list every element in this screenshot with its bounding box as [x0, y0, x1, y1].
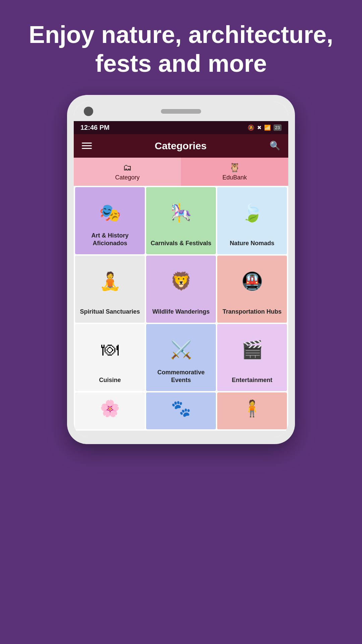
paw-icon: 🐾: [171, 399, 191, 418]
category-wildlife[interactable]: 🦁 Wildlife Wanderings: [146, 256, 216, 323]
nature-nomads-label: Nature Nomads: [230, 239, 274, 247]
wifi-icon: 📶: [264, 124, 271, 131]
status-bar: 12:46 PM 🔕 ✖ 📶 23: [74, 121, 288, 134]
nature-nomads-icon: 🍃: [241, 203, 263, 223]
peek-card-person[interactable]: 🧍: [217, 392, 287, 429]
status-icons: 🔕 ✖ 📶 23: [248, 124, 282, 131]
entertainment-label: Entertainment: [232, 376, 272, 384]
status-time: 12:46 PM: [80, 124, 110, 131]
art-history-label: Art & History Aficionados: [78, 232, 141, 248]
hero-text: Enjoy nature, architecture, fests and mo…: [0, 0, 362, 95]
commemorative-icon: ⚔️: [170, 339, 192, 360]
phone-device: 12:46 PM 🔕 ✖ 📶 23 Categories 🔍: [67, 95, 295, 444]
spiritual-icon: 🧘: [99, 271, 121, 291]
toolbar-title: Categories: [155, 140, 206, 152]
category-nature-nomads[interactable]: 🍃 Nature Nomads: [217, 187, 287, 254]
tab-bar: 🗂 Category 🦉 EduBank: [74, 158, 288, 186]
category-transportation[interactable]: 🚇 Transportation Hubs: [217, 256, 287, 323]
cuisine-icon: 🍽: [101, 339, 119, 360]
transportation-label: Transportation Hubs: [223, 308, 282, 316]
sim-icon: ✖: [257, 124, 261, 131]
transportation-icon: 🚇: [241, 271, 263, 291]
category-tab-label: Category: [115, 174, 139, 181]
entertainment-icon: 🎬: [241, 339, 263, 360]
category-spiritual[interactable]: 🧘 Spiritual Sanctuaries: [75, 256, 145, 323]
categories-grid: 🎭 Art & History Aficionados 🎠 Carnivals …: [74, 186, 288, 392]
battery-icon: 23: [274, 124, 282, 131]
wildlife-label: Wildlife Wanderings: [152, 308, 209, 316]
carnivals-icon: 🎠: [170, 203, 192, 223]
category-commemorative[interactable]: ⚔️ Commemorative Events: [146, 324, 216, 391]
phone-bottom-bezel: [74, 431, 288, 437]
carnivals-label: Carnivals & Festivals: [150, 239, 211, 247]
tab-category[interactable]: 🗂 Category: [74, 158, 181, 186]
tab-edubank[interactable]: 🦉 EduBank: [181, 158, 288, 186]
cuisine-label: Cuisine: [99, 376, 121, 384]
category-cuisine[interactable]: 🍽 Cuisine: [75, 324, 145, 391]
speaker-grille: [161, 109, 201, 114]
notification-icon: 🔕: [248, 124, 254, 131]
art-history-icon: 🎭: [99, 203, 121, 223]
spiritual-label: Spiritual Sanctuaries: [80, 308, 140, 316]
edubank-tab-icon: 🦉: [229, 162, 240, 173]
person-icon: 🧍: [242, 399, 262, 418]
category-tab-icon: 🗂: [123, 162, 132, 173]
app-toolbar: Categories 🔍: [74, 134, 288, 158]
bottom-peek-row: 🌸 🐾 🧍: [74, 392, 288, 431]
wildlife-icon: 🦁: [170, 271, 192, 291]
category-art-history[interactable]: 🎭 Art & History Aficionados: [75, 187, 145, 254]
front-camera: [84, 107, 93, 116]
edubank-tab-label: EduBank: [222, 174, 247, 181]
phone-top-bezel: [74, 102, 288, 121]
category-carnivals[interactable]: 🎠 Carnivals & Festivals: [146, 187, 216, 254]
menu-button[interactable]: [82, 143, 92, 149]
phone-screen: 12:46 PM 🔕 ✖ 📶 23 Categories 🔍: [74, 102, 288, 437]
peek-card-paw[interactable]: 🐾: [146, 392, 216, 429]
commemorative-label: Commemorative Events: [149, 369, 213, 384]
search-icon[interactable]: 🔍: [269, 141, 280, 151]
category-entertainment[interactable]: 🎬 Entertainment: [217, 324, 287, 391]
flower-icon: 🌸: [100, 399, 120, 418]
peek-card-flower[interactable]: 🌸: [75, 392, 145, 429]
